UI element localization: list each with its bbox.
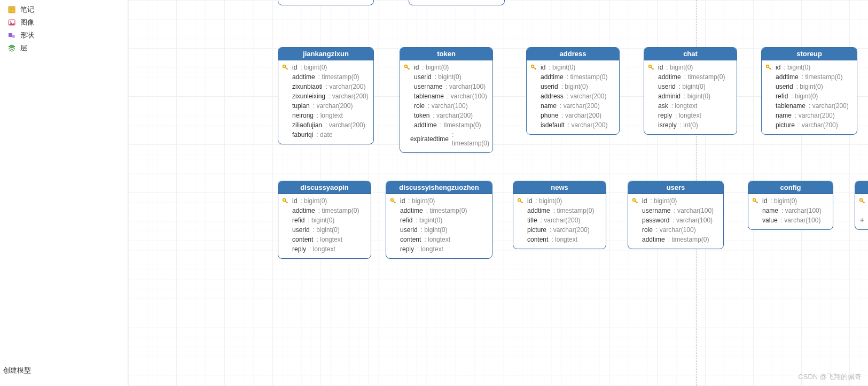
field-row[interactable]: fenleivarchar(200) — [858, 215, 868, 225]
field-row[interactable]: addtimetimestamp(0) — [765, 72, 854, 82]
entity-token[interactable]: tokenidbigint(0)useridbigint(0)usernamev… — [400, 47, 493, 153]
field-row[interactable]: replylongtext — [647, 111, 733, 120]
field-row[interactable]: tablenamevarchar(200) — [765, 101, 854, 111]
field-row[interactable]: idbigint(0) — [530, 63, 616, 72]
field-row[interactable]: ziliaofujianvarchar(200) — [281, 120, 370, 130]
field-row[interactable]: valuevarchar(100) — [752, 215, 830, 225]
field-row[interactable]: tablenamevarchar(100) — [403, 91, 489, 101]
field-row[interactable]: adminidbigint(0) — [647, 91, 733, 101]
field-row[interactable]: namevarchar(200) — [530, 101, 616, 111]
field-row[interactable]: useridbigint(0) — [530, 82, 616, 91]
field-row[interactable]: addtimetimestamp(0) — [281, 206, 367, 215]
palette-item-note[interactable]: 笔记 — [0, 3, 128, 16]
field-row[interactable]: idbigint(0) — [281, 196, 367, 206]
field-row[interactable]: namevarchar(200) — [765, 111, 854, 120]
field-row[interactable]: addtimetimestamp(0) — [403, 120, 489, 130]
field-row[interactable]: neironglongtext — [281, 111, 370, 120]
entity-body: idbigint(0)useridbigint(0)usernamevarcha… — [400, 60, 492, 152]
field-row[interactable]: usernamevarchar(100) — [403, 82, 489, 91]
field-row[interactable]: replylongtext — [281, 244, 367, 254]
entity-header[interactable]: discussyaopin — [278, 181, 371, 194]
field-row[interactable]: useridbigint(0) — [281, 225, 367, 235]
field-row[interactable]: addressvarchar(200) — [530, 91, 616, 101]
palette-item-image[interactable]: 图像 — [0, 16, 128, 29]
entity-news[interactable]: newsidbigint(0)addtimetimestamp(0)titlev… — [513, 181, 606, 249]
field-row[interactable]: phonevarchar(200) — [530, 111, 616, 120]
palette-item-shape[interactable]: 形状 — [0, 29, 128, 42]
field-row[interactable]: idbigint(0) — [631, 196, 720, 206]
entity-header[interactable]: chat — [644, 48, 737, 60]
field-row[interactable]: isreplyint(0) — [647, 120, 733, 130]
field-row[interactable]: zixunbiaotivarchar(200) — [281, 82, 370, 91]
entity-address[interactable]: addressidbigint(0)addtimetimestamp(0)use… — [526, 47, 620, 135]
entity-header[interactable]: jiankangzixun — [278, 48, 373, 60]
entity-header[interactable]: token — [400, 48, 492, 60]
field-row[interactable]: refidbigint(0) — [765, 91, 854, 101]
field-type: longtext — [675, 111, 701, 120]
field-row[interactable]: useridbigint(0) — [765, 82, 854, 91]
entity-discussyishengzuozhen[interactable]: discussyishengzuozhenidbigint(0)addtimet… — [386, 181, 492, 259]
entity-discussyaopin[interactable]: discussyaopinidbigint(0)addtimetimestamp… — [278, 181, 371, 259]
field-row[interactable]: asklongtext — [647, 101, 733, 111]
palette-item-layer[interactable]: 层 — [0, 42, 128, 55]
svg-point-5 — [10, 21, 11, 22]
field-row[interactable]: faburiqidate — [281, 130, 370, 140]
field-row[interactable]: idbigint(0) — [281, 63, 370, 72]
field-row[interactable]: idbigint(0) — [752, 196, 830, 206]
field-row[interactable]: tokenvarchar(200) — [403, 111, 489, 120]
field-row[interactable]: contentlongtext — [389, 235, 489, 244]
field-row[interactable]: contentlongtext — [281, 235, 367, 244]
field-row[interactable]: idbigint(0) — [403, 63, 489, 72]
field-row[interactable]: addtimetimestamp(0) — [530, 72, 616, 82]
entity-users[interactable]: usersidbigint(0)usernamevarchar(100)pass… — [628, 181, 724, 249]
field-row[interactable]: rolevarchar(100) — [631, 225, 720, 235]
field-row[interactable]: refidbigint(0) — [281, 215, 367, 225]
field-row[interactable]: passwordvarchar(100) — [631, 215, 720, 225]
field-row[interactable]: useridbigint(0) — [647, 82, 733, 91]
entity-header[interactable]: users — [628, 181, 723, 194]
field-row[interactable]: addtimetimestamp(0) — [858, 206, 868, 215]
field-row[interactable]: picturevarchar(200) — [765, 120, 854, 130]
entity-jiankangzixun[interactable]: jiankangzixunidbigint(0)addtimetimestamp… — [278, 47, 374, 144]
field-row[interactable]: replylongtext — [389, 244, 489, 254]
field-row[interactable]: contentlongtext — [517, 235, 603, 244]
field-row[interactable]: expiratedtimetimestamp(0) — [403, 130, 489, 148]
field-row[interactable]: addtimetimestamp(0) — [281, 72, 370, 82]
entity-partial[interactable]: pricefloat(0, 0) — [278, 0, 374, 5]
entity-header[interactable]: news — [513, 181, 606, 194]
field-type: bigint(0) — [408, 197, 435, 205]
field-row[interactable]: addtimetimestamp(0) — [517, 206, 603, 215]
entity-header[interactable]: config — [748, 181, 833, 194]
field-row[interactable]: picturevarchar(200) — [517, 225, 603, 235]
field-row[interactable]: refidbigint(0) — [389, 215, 489, 225]
entity-header[interactable]: address — [527, 48, 619, 60]
field-row[interactable]: addtimetimestamp(0) — [631, 235, 720, 244]
er-canvas[interactable]: pricefloat(0, 0)gerenjieshaolongtextjian… — [128, 0, 868, 386]
field-row[interactable]: addtimetimestamp(0) — [647, 72, 733, 82]
entity-yaopinfenlei[interactable]: yaopinfenleiidbigint(0)addtimetimestamp(… — [855, 181, 868, 230]
field-row[interactable]: idbigint(0) — [389, 196, 489, 206]
field-name: content — [527, 235, 548, 244]
entity-config[interactable]: configidbigint(0)namevarchar(100)valueva… — [748, 181, 833, 230]
field-row[interactable]: namevarchar(100) — [752, 206, 830, 215]
entity-header[interactable]: storeup — [762, 48, 857, 60]
entity-partial[interactable]: gerenjieshaolongtext — [409, 0, 505, 5]
field-row[interactable]: useridbigint(0) — [403, 72, 489, 82]
field-row[interactable]: addtimetimestamp(0) — [389, 206, 489, 215]
field-row[interactable]: tupianvarchar(200) — [281, 101, 370, 111]
field-row[interactable]: idbigint(0) — [647, 63, 733, 72]
field-row[interactable]: isdefaultvarchar(200) — [530, 120, 616, 130]
field-row[interactable]: usernamevarchar(100) — [631, 206, 720, 215]
field-row[interactable]: idbigint(0) — [517, 196, 603, 206]
field-row[interactable]: idbigint(0) — [765, 63, 854, 72]
field-row[interactable]: rolevarchar(100) — [403, 101, 489, 111]
entity-header[interactable]: yaopinfenlei — [855, 181, 868, 194]
entity-storeup[interactable]: storeupidbigint(0)addtimetimestamp(0)use… — [761, 47, 857, 135]
field-row[interactable]: useridbigint(0) — [389, 225, 489, 235]
field-row[interactable]: titlevarchar(200) — [517, 215, 603, 225]
entity-header[interactable]: discussyishengzuozhen — [386, 181, 492, 194]
field-row[interactable]: idbigint(0) — [858, 196, 868, 206]
field-row[interactable]: zixunleixingvarchar(200) — [281, 91, 370, 101]
entity-chat[interactable]: chatidbigint(0)addtimetimestamp(0)userid… — [644, 47, 737, 135]
create-model-label[interactable]: 创建模型 — [0, 360, 128, 386]
